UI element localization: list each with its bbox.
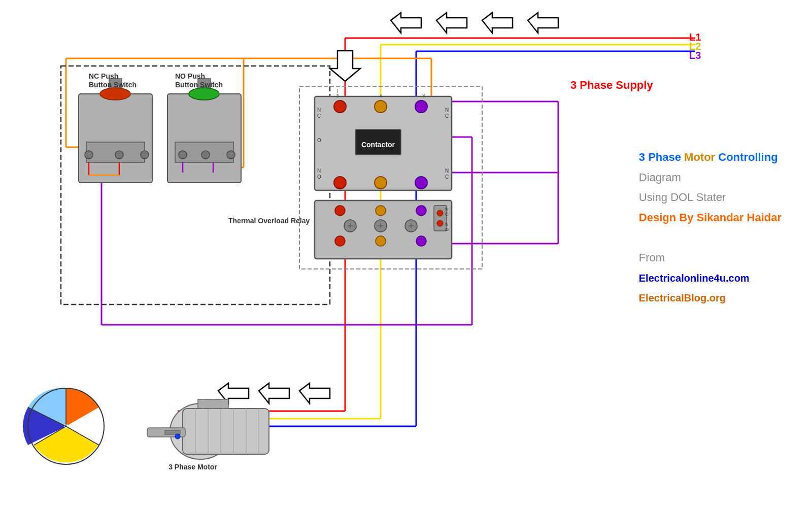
website1: Electricalonline4u.com: [639, 273, 750, 284]
title-design: Design By Sikandar Haidar: [639, 211, 782, 224]
title-controlling: Controlling: [718, 151, 777, 163]
supply-label: 3 Phase Supply: [570, 79, 653, 92]
l3-label: L3: [689, 50, 701, 61]
svg-point-56: [201, 151, 210, 159]
svg-text:N: N: [317, 168, 321, 174]
svg-text:O: O: [445, 227, 449, 232]
title-dol: Using DOL Stater: [639, 191, 726, 204]
svg-rect-41: [79, 94, 152, 183]
svg-point-53: [189, 88, 219, 100]
svg-point-61: [334, 100, 346, 113]
svg-point-43: [100, 88, 130, 100]
svg-point-55: [179, 151, 187, 159]
svg-text:NC Push: NC Push: [89, 72, 118, 80]
svg-point-63: [415, 100, 427, 113]
svg-text:O: O: [317, 138, 321, 143]
svg-text:3: 3: [336, 93, 339, 98]
website2: ElectricalBlog.org: [639, 292, 726, 303]
svg-text:Button Switch: Button Switch: [89, 81, 137, 89]
svg-point-65: [375, 177, 387, 189]
svg-point-47: [141, 151, 149, 159]
svg-rect-44: [86, 142, 145, 162]
svg-text:C: C: [317, 113, 321, 119]
svg-text:Thermal Overload Relay: Thermal Overload Relay: [228, 217, 310, 225]
svg-text:O: O: [317, 174, 321, 180]
svg-text:N: N: [445, 222, 449, 227]
svg-text:N: N: [445, 207, 449, 212]
svg-point-87: [376, 236, 386, 246]
svg-point-57: [227, 151, 235, 159]
svg-text:|: |: [337, 88, 338, 93]
svg-text:C: C: [445, 113, 449, 119]
svg-text:C: C: [445, 212, 449, 217]
svg-text:Contactor: Contactor: [361, 141, 395, 149]
svg-text:4: 4: [379, 93, 382, 98]
svg-text:3 Phase Motor: 3 Phase Motor: [168, 463, 217, 471]
svg-text:NO Push: NO Push: [175, 72, 205, 80]
diagram-container: N C O N O N C N C Contactor 3 | 4 Y N C: [0, 0, 812, 508]
svg-text:C: C: [445, 174, 449, 180]
title-block: 3 Phase Motor Controlling Diagram Using …: [639, 147, 782, 308]
svg-point-90: [437, 210, 443, 216]
svg-text:N: N: [317, 107, 321, 113]
svg-point-46: [115, 151, 123, 159]
svg-text:N: N: [445, 168, 449, 174]
svg-point-45: [85, 151, 93, 159]
from-label: From: [639, 251, 665, 264]
svg-text:N: N: [445, 107, 449, 113]
svg-point-88: [416, 236, 426, 246]
svg-point-115: [175, 434, 180, 439]
svg-point-85: [416, 206, 426, 216]
title-motor: Motor: [684, 151, 715, 163]
svg-point-66: [415, 177, 427, 189]
svg-rect-51: [167, 94, 241, 183]
svg-point-83: [335, 206, 345, 216]
svg-text:Button Switch: Button Switch: [175, 81, 223, 89]
svg-point-91: [437, 220, 443, 226]
svg-point-62: [375, 100, 387, 113]
svg-point-84: [376, 206, 386, 216]
svg-text:Y: Y: [422, 93, 425, 98]
title-3phase: 3 Phase: [639, 151, 681, 163]
svg-point-86: [335, 236, 345, 246]
title-diagram: Diagram: [639, 171, 681, 184]
svg-point-64: [334, 177, 346, 189]
